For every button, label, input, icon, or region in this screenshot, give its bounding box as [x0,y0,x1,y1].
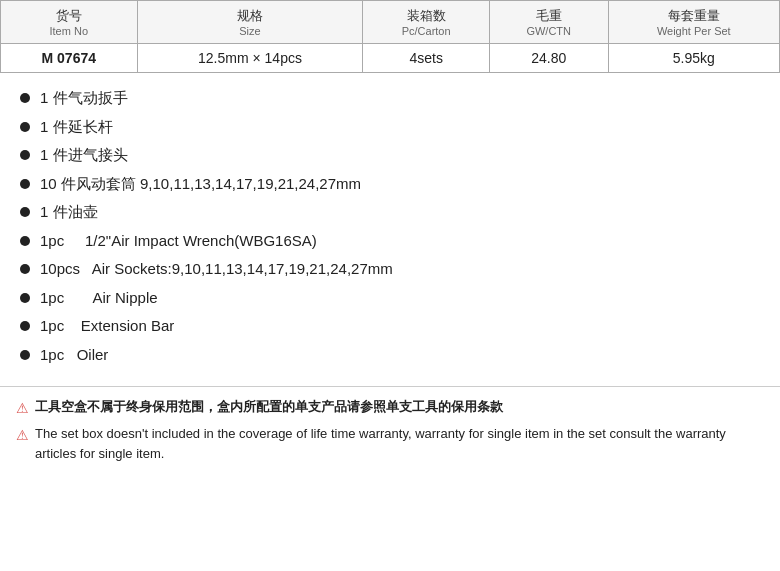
col-gw-en: GW/CTN [500,25,598,37]
bullet-text-6: 10pcs Air Sockets:9,10,11,13,14,17,19,21… [40,258,393,281]
bullet-text-7: 1pc Air Nipple [40,287,158,310]
col-carton-zh: 装箱数 [373,7,478,25]
bullet-item-3: 10 件风动套筒 9,10,11,13,14,17,19,21,24,27mm [20,173,760,196]
bullet-item-6: 10pcs Air Sockets:9,10,11,13,14,17,19,21… [20,258,760,281]
bullet-text-5: 1pc 1/2"Air Impact Wrench(WBG16SA) [40,230,317,253]
bullet-text-0: 1 件气动扳手 [40,87,128,110]
cell-item-no: M 07674 [1,44,138,73]
bullet-text-3: 10 件风动套筒 9,10,11,13,14,17,19,21,24,27mm [40,173,361,196]
content-section: 1 件气动扳手1 件延长杆1 件进气接头10 件风动套筒 9,10,11,13,… [0,73,780,382]
col-item-no: 货号 Item No [1,1,138,44]
warning-line-zh-0: ⚠工具空盒不属于终身保用范围，盒内所配置的单支产品请参照单支工具的保用条款 [16,397,764,419]
warning-section: ⚠工具空盒不属于终身保用范围，盒内所配置的单支产品请参照单支工具的保用条款⚠Th… [0,386,780,478]
bullet-item-4: 1 件油壶 [20,201,760,224]
col-carton-en: Pc/Carton [373,25,478,37]
bullet-dot-3 [20,179,30,189]
warning-icon-en-0: ⚠ [16,425,29,446]
cell-carton: 4sets [363,44,489,73]
bullet-dot-4 [20,207,30,217]
bullet-dot-5 [20,236,30,246]
bullet-item-9: 1pc Oiler [20,344,760,367]
bullet-dot-7 [20,293,30,303]
warning-line-en-0: ⚠The set box doesn't included in the cov… [16,424,764,463]
col-weight: 每套重量 Weight Per Set [608,1,779,44]
cell-weight: 5.95kg [608,44,779,73]
bullet-item-1: 1 件延长杆 [20,116,760,139]
bullet-text-2: 1 件进气接头 [40,144,128,167]
bullet-dot-9 [20,350,30,360]
bullet-dot-1 [20,122,30,132]
bullet-dot-2 [20,150,30,160]
bullet-text-8: 1pc Extension Bar [40,315,174,338]
main-container: 货号 Item No 规格 Size 装箱数 Pc/Carton 毛重 GW/C… [0,0,780,478]
bullet-text-4: 1 件油壶 [40,201,98,224]
bullet-item-0: 1 件气动扳手 [20,87,760,110]
product-table: 货号 Item No 规格 Size 装箱数 Pc/Carton 毛重 GW/C… [0,0,780,73]
col-weight-zh: 每套重量 [619,7,769,25]
col-size-zh: 规格 [148,7,353,25]
bullet-item-7: 1pc Air Nipple [20,287,760,310]
bullet-text-1: 1 件延长杆 [40,116,113,139]
col-item-no-en: Item No [11,25,127,37]
table-header-row: 货号 Item No 规格 Size 装箱数 Pc/Carton 毛重 GW/C… [1,1,780,44]
bullet-dot-6 [20,264,30,274]
col-size-en: Size [148,25,353,37]
table-row: M 07674 12.5mm × 14pcs 4sets 24.80 5.95k… [1,44,780,73]
bullet-list: 1 件气动扳手1 件延长杆1 件进气接头10 件风动套筒 9,10,11,13,… [20,87,760,366]
cell-size: 12.5mm × 14pcs [137,44,363,73]
bullet-item-8: 1pc Extension Bar [20,315,760,338]
warning-text-zh-0: 工具空盒不属于终身保用范围，盒内所配置的单支产品请参照单支工具的保用条款 [35,397,503,417]
bullet-dot-8 [20,321,30,331]
warning-text-en-0: The set box doesn't included in the cove… [35,424,764,463]
bullet-item-5: 1pc 1/2"Air Impact Wrench(WBG16SA) [20,230,760,253]
bullet-text-9: 1pc Oiler [40,344,108,367]
col-gw: 毛重 GW/CTN [489,1,608,44]
bullet-item-2: 1 件进气接头 [20,144,760,167]
col-carton: 装箱数 Pc/Carton [363,1,489,44]
warning-icon-zh-0: ⚠ [16,398,29,419]
bullet-dot-0 [20,93,30,103]
col-item-no-zh: 货号 [11,7,127,25]
col-gw-zh: 毛重 [500,7,598,25]
col-size: 规格 Size [137,1,363,44]
col-weight-en: Weight Per Set [619,25,769,37]
cell-gw: 24.80 [489,44,608,73]
